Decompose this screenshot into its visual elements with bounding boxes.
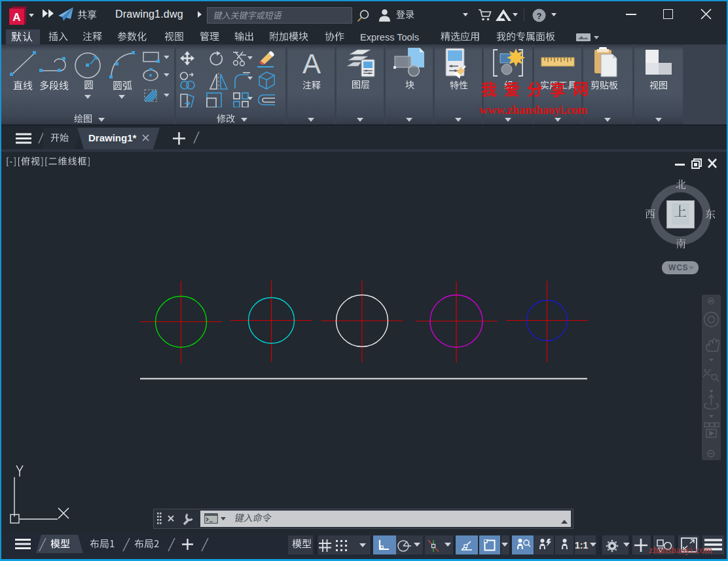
svg-text:A: A: [12, 11, 20, 24]
svg-text:A: A: [302, 50, 321, 76]
svg-text:?: ?: [537, 11, 542, 21]
